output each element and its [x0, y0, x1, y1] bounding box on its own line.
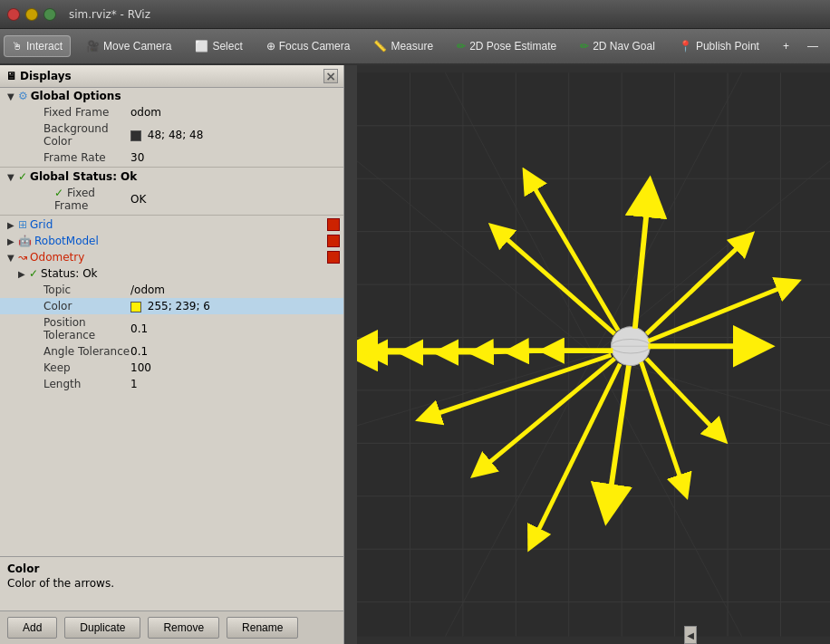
add-panel-button[interactable]: +	[775, 35, 797, 57]
frame-rate-prop[interactable]: Frame Rate 30	[0, 149, 343, 166]
background-color-name: Background Color	[4, 122, 130, 148]
2d-pose-button[interactable]: ✏ 2D Pose Estimate	[449, 35, 565, 57]
odometry-checkbox[interactable]	[327, 251, 340, 264]
svg-line-25	[594, 355, 742, 637]
odometry-color-swatch	[130, 302, 141, 312]
arrow-far-left-lower	[428, 355, 612, 417]
odometry-status-item[interactable]: ▶ ✓ Status: Ok	[0, 265, 343, 282]
displays-tree: ▼ ⚙ Global Options Fixed Frame odom Back…	[0, 88, 343, 556]
fixed-frame-prop[interactable]: Fixed Frame odom	[0, 104, 343, 120]
topic-prop[interactable]: Topic /odom	[0, 282, 343, 298]
rename-button[interactable]: Rename	[227, 617, 298, 639]
select-label: Select	[212, 40, 242, 53]
measure-icon: 📏	[373, 40, 387, 53]
viewport-overlay	[357, 65, 830, 644]
maximize-button[interactable]	[43, 8, 56, 21]
global-options-label: Global Options	[31, 90, 340, 102]
arrow-trail-2	[516, 351, 551, 351]
global-status-item[interactable]: ▼ ✓ Global Status: Ok	[0, 168, 343, 185]
odometry-item[interactable]: ▼ ↝ Odometry	[0, 249, 343, 265]
robotmodel-checkbox[interactable]	[327, 235, 340, 247]
angle-tolerance-value: 0.1	[130, 345, 340, 358]
global-options-icon: ⚙	[18, 90, 28, 102]
3d-viewport[interactable]	[357, 65, 830, 644]
fixed-frame-value: odom	[130, 106, 340, 119]
publish-point-icon: 📍	[679, 40, 692, 53]
background-color-prop[interactable]: Background Color 48; 48; 48	[0, 120, 343, 149]
publish-point-button[interactable]: 📍 Publish Point	[671, 35, 767, 57]
info-panel: Color Color of the arrows.	[0, 556, 343, 610]
window-title: sim.rviz* - RViz	[69, 8, 150, 21]
interact-label: Interact	[26, 40, 63, 53]
measure-button[interactable]: 📏 Measure	[365, 35, 441, 57]
grid-checkbox[interactable]	[327, 218, 340, 231]
robotmodel-arrow: ▶	[7, 236, 16, 246]
grid-lines	[357, 72, 830, 636]
color-prop-name: Color	[4, 300, 130, 312]
robotmodel-label: RobotModel	[34, 235, 327, 247]
position-tolerance-prop[interactable]: Position Tolerance 0.1	[0, 314, 343, 343]
arrow-far-upper-left	[529, 178, 618, 331]
global-status-arrow: ▼	[7, 172, 16, 182]
topic-name: Topic	[4, 284, 130, 296]
select-button[interactable]: ⬜ Select	[187, 35, 250, 57]
odometry-label: Odometry	[30, 251, 327, 264]
displays-panel-icon: 🖥	[5, 70, 16, 82]
duplicate-button[interactable]: Duplicate	[64, 617, 140, 639]
keep-name: Keep	[4, 361, 130, 374]
focus-camera-button[interactable]: ⊕ Focus Camera	[258, 35, 359, 57]
grid-item[interactable]: ▶ ⊞ Grid	[0, 216, 343, 233]
frame-rate-value: 30	[130, 151, 340, 164]
robot-sphere	[611, 327, 650, 366]
2d-nav-button[interactable]: ✏ 2D Nav Goal	[572, 35, 663, 57]
info-title: Color	[7, 562, 336, 575]
length-prop[interactable]: Length 1	[0, 376, 343, 392]
measure-label: Measure	[391, 40, 433, 53]
move-camera-button[interactable]: 🎥 Move Camera	[78, 35, 179, 57]
odometry-status-check-icon: ✓	[29, 267, 38, 280]
svg-line-18	[357, 161, 594, 355]
robotmodel-item[interactable]: ▶ 🤖 RobotModel	[0, 233, 343, 249]
robot-sphere-lines	[611, 327, 650, 366]
main-content: 🖥 Displays × ▼ ⚙ Global Options Fixed Fr…	[0, 65, 830, 644]
minus-icon: —	[807, 40, 818, 53]
odometry-status-arrow: ▶	[18, 269, 27, 279]
grid-label: Grid	[30, 218, 327, 231]
global-options-item[interactable]: ▼ ⚙ Global Options	[0, 88, 343, 104]
divider-2	[0, 215, 343, 216]
close-button[interactable]	[7, 8, 20, 21]
global-options-arrow: ▼	[7, 91, 16, 101]
minimize-button[interactable]	[25, 8, 38, 21]
angle-tolerance-prop[interactable]: Angle Tolerance 0.1	[0, 343, 343, 360]
select-icon: ⬜	[195, 40, 208, 53]
global-status-label: Global Status: Ok	[30, 170, 340, 183]
sphere-equator	[611, 339, 650, 353]
odometry-status-label: Status: Ok	[41, 267, 340, 280]
color-prop[interactable]: Color 255; 239; 6	[0, 298, 343, 314]
length-value: 1	[130, 378, 340, 390]
grid-arrow: ▶	[7, 220, 16, 230]
robotmodel-icon: 🤖	[18, 235, 32, 247]
remove-panel-button[interactable]: —	[799, 35, 826, 57]
arrow-down	[609, 366, 629, 505]
collapse-panel-button[interactable]: ◀	[684, 626, 697, 644]
position-tolerance-value: 0.1	[130, 322, 340, 335]
remove-button[interactable]: Remove	[148, 617, 219, 639]
ff-status-name: ✓ Fixed Frame	[4, 187, 130, 212]
displays-panel-title: Displays	[20, 70, 323, 82]
angle-tolerance-name: Angle Tolerance	[4, 345, 130, 358]
background-color-swatch	[130, 130, 141, 141]
divider-1	[0, 167, 343, 168]
grid-icon: ⊞	[18, 218, 27, 231]
fixed-frame-status-prop[interactable]: ✓ Fixed Frame OK	[0, 185, 343, 214]
interact-button[interactable]: 🖱 Interact	[4, 35, 71, 57]
fixed-frame-name: Fixed Frame	[4, 106, 130, 119]
perspective-grid	[357, 72, 830, 636]
svg-line-22	[445, 72, 594, 355]
toolbar: 🖱 Interact 🎥 Move Camera ⬜ Select ⊕ Focu…	[0, 29, 830, 65]
keep-prop[interactable]: Keep 100	[0, 360, 343, 376]
ff-status-value: OK	[130, 193, 340, 206]
displays-close-button[interactable]: ×	[323, 69, 338, 83]
add-button[interactable]: Add	[7, 617, 57, 639]
color-prop-value: 255; 239; 6	[130, 300, 340, 312]
